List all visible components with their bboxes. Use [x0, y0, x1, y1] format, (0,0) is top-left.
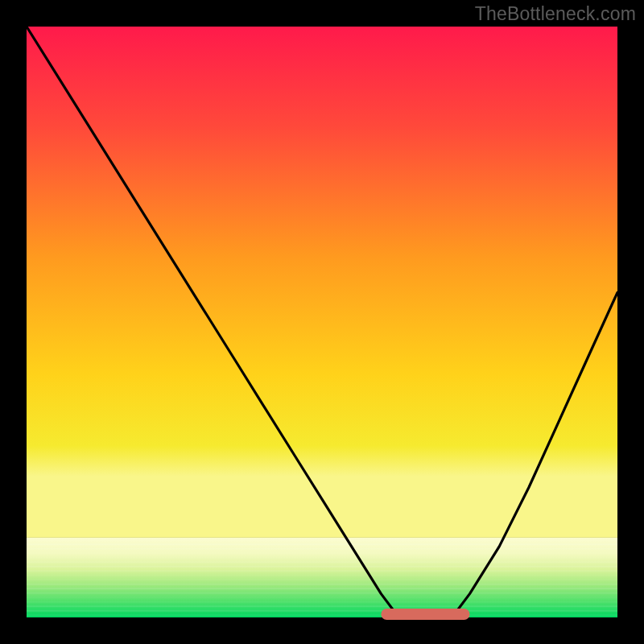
bottleneck-chart — [0, 0, 644, 644]
chart-stage: TheBottleneck.com — [0, 0, 644, 644]
watermark-text: TheBottleneck.com — [475, 3, 636, 25]
chart-bottom-band — [27, 538, 617, 617]
chart-background-gradient — [27, 27, 617, 538]
optimal-range-marker — [381, 609, 469, 620]
